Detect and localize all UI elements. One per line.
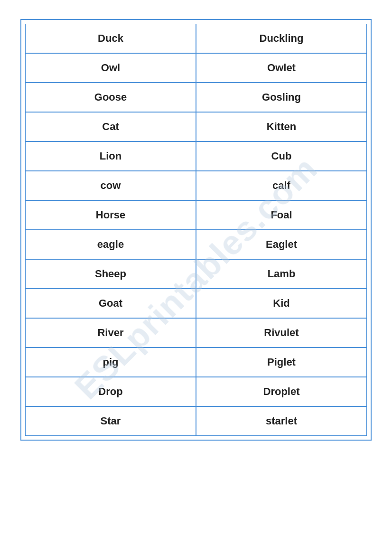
left-cell-3: Cat [25,112,196,141]
left-word-13: Star [101,415,121,427]
right-cell-1: Owlet [196,53,367,83]
word-grid: DuckDucklingOwlOwletGooseGoslingCatKitte… [25,24,367,436]
right-word-3: Kitten [267,121,296,133]
right-cell-12: Droplet [196,377,367,406]
left-cell-2: Goose [25,83,196,112]
right-cell-8: Lamb [196,259,367,289]
right-cell-3: Kitten [196,112,367,141]
right-cell-13: starlet [196,406,367,436]
left-cell-10: River [25,318,196,348]
left-word-8: Sheep [95,268,126,280]
left-cell-12: Drop [25,377,196,406]
left-word-2: Goose [94,91,127,103]
right-cell-11: Piglet [196,348,367,377]
right-cell-5: calf [196,171,367,200]
main-table: DuckDucklingOwlOwletGooseGoslingCatKitte… [20,19,372,441]
left-word-7: eagle [97,238,124,251]
right-word-4: Cub [271,150,292,162]
right-cell-9: Kid [196,289,367,318]
right-cell-2: Gosling [196,83,367,112]
right-word-5: calf [272,179,290,192]
left-cell-4: Lion [25,141,196,171]
right-word-6: Foal [271,209,292,221]
left-word-1: Owl [101,62,120,74]
left-cell-13: Star [25,406,196,436]
left-word-5: cow [101,179,121,192]
right-cell-7: Eaglet [196,230,367,259]
left-word-10: River [97,327,123,339]
left-cell-5: cow [25,171,196,200]
left-cell-6: Horse [25,200,196,230]
right-word-12: Droplet [263,386,300,398]
left-word-9: Goat [99,297,122,310]
left-cell-11: pig [25,348,196,377]
right-word-7: Eaglet [266,238,297,251]
left-word-4: Lion [100,150,121,162]
right-word-10: Rivulet [264,327,299,339]
right-cell-0: Duckling [196,24,367,53]
right-word-9: Kid [273,297,289,310]
left-word-3: Cat [102,121,119,133]
right-word-8: Lamb [268,268,296,280]
right-word-2: Gosling [262,91,301,103]
right-cell-6: Foal [196,200,367,230]
left-cell-1: Owl [25,53,196,83]
right-word-1: Owlet [267,62,296,74]
right-word-11: Piglet [267,356,296,368]
left-cell-8: Sheep [25,259,196,289]
left-cell-7: eagle [25,230,196,259]
left-cell-9: Goat [25,289,196,318]
left-word-0: Duck [98,32,123,45]
right-word-13: starlet [266,415,297,427]
right-word-0: Duckling [260,32,304,45]
right-cell-10: Rivulet [196,318,367,348]
left-cell-0: Duck [25,24,196,53]
right-cell-4: Cub [196,141,367,171]
left-word-11: pig [103,356,119,368]
left-word-12: Drop [98,386,122,398]
left-word-6: Horse [96,209,125,221]
